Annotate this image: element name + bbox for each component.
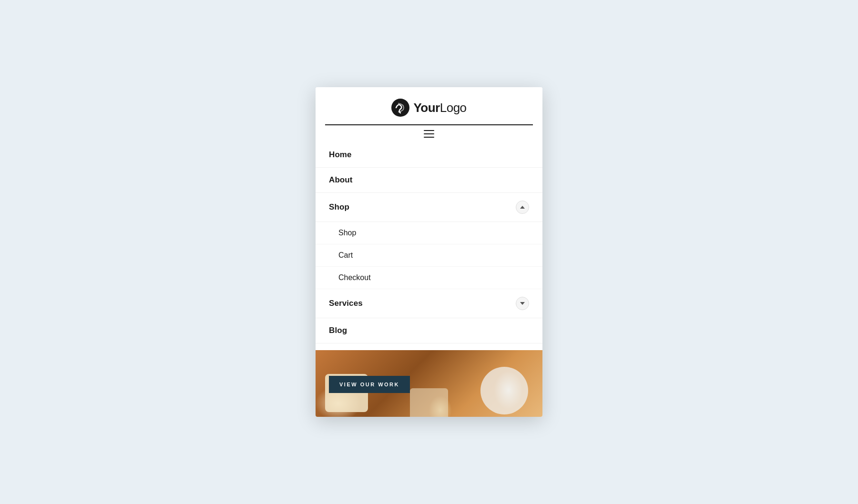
chevron-down-icon — [520, 302, 525, 305]
hamburger-line-3 — [424, 137, 434, 138]
cushion-right — [480, 367, 528, 414]
header: YourLogo — [316, 87, 542, 142]
cta-button[interactable]: VIEW OUR WORK — [329, 376, 410, 393]
nav-item-blog-label: Blog — [329, 326, 347, 335]
nav-item-about[interactable]: About — [316, 168, 542, 193]
logo-area: YourLogo — [391, 99, 466, 117]
nav-item-services-label: Services — [329, 299, 363, 308]
nav-item-blog[interactable]: Blog — [316, 318, 542, 343]
nav-item-shop[interactable]: Shop — [316, 193, 542, 222]
nav-item-shop-label: Shop — [329, 202, 349, 212]
mobile-preview: YourLogo Home About Shop — [316, 87, 542, 417]
nav-item-home-label: Home — [329, 150, 352, 160]
hero-image: VIEW OUR WORK — [316, 350, 542, 417]
nav-subitem-checkout[interactable]: Checkout — [316, 267, 542, 289]
hamburger-icon[interactable] — [424, 130, 434, 138]
cushion-center — [410, 388, 448, 417]
nav-subitem-checkout-label: Checkout — [338, 273, 371, 282]
svg-point-0 — [391, 99, 409, 117]
chevron-up-icon — [520, 206, 525, 209]
nav-subitem-cart-label: Cart — [338, 251, 353, 260]
services-chevron-button[interactable] — [516, 297, 529, 310]
nav-menu: Home About Shop Shop Cart Checkout Servi… — [316, 142, 542, 350]
hamburger-bar[interactable] — [325, 124, 533, 142]
nav-item-services[interactable]: Services — [316, 289, 542, 318]
hamburger-line-1 — [424, 130, 434, 131]
hamburger-line-2 — [424, 133, 434, 134]
nav-item-contact[interactable]: Contact — [316, 343, 542, 350]
nav-subitem-shop[interactable]: Shop — [316, 222, 542, 244]
nav-item-home[interactable]: Home — [316, 142, 542, 168]
logo-text: YourLogo — [413, 101, 466, 115]
logo-bold: Your — [413, 101, 439, 115]
logo-light: Logo — [440, 101, 467, 115]
shop-chevron-button[interactable] — [516, 201, 529, 214]
nav-item-about-label: About — [329, 175, 353, 185]
nav-subitem-shop-label: Shop — [338, 229, 356, 237]
nav-subitem-cart[interactable]: Cart — [316, 244, 542, 267]
logo-icon — [391, 99, 409, 117]
